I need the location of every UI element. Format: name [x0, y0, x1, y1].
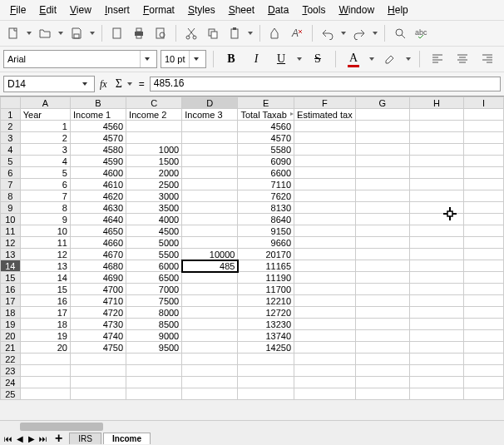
cell-F16[interactable]: [294, 284, 356, 295]
cell-D6[interactable]: [182, 167, 238, 179]
col-header-F[interactable]: F: [294, 97, 356, 109]
row-header-23[interactable]: 23: [1, 365, 21, 377]
cell-I23[interactable]: [464, 365, 504, 377]
cell-H16[interactable]: [409, 284, 463, 295]
cell-C11[interactable]: 4500: [126, 225, 182, 237]
cell-A23[interactable]: [20, 365, 70, 377]
cell-H20[interactable]: [409, 330, 463, 342]
cell-D15[interactable]: [182, 272, 238, 284]
cell-A5[interactable]: 4: [20, 156, 70, 167]
cell-E24[interactable]: [238, 377, 294, 388]
underline-button[interactable]: U: [270, 49, 292, 69]
cell-A2[interactable]: 1: [20, 121, 70, 132]
cell-C2[interactable]: [126, 121, 182, 132]
menu-insert[interactable]: Insert: [98, 2, 136, 17]
cell-F14[interactable]: [294, 260, 356, 272]
cell-C15[interactable]: 6500: [126, 272, 182, 284]
cell-F22[interactable]: [294, 354, 356, 365]
cell-H5[interactable]: [409, 156, 463, 167]
cell-D12[interactable]: [182, 237, 238, 249]
cell-B20[interactable]: 4740: [70, 330, 126, 342]
cell-B9[interactable]: 4630: [70, 202, 126, 214]
cell-D3[interactable]: [182, 132, 238, 144]
cell-B15[interactable]: 4690: [70, 272, 126, 284]
cell-I4[interactable]: [464, 144, 504, 156]
row-header-24[interactable]: 24: [1, 377, 21, 388]
paste-icon[interactable]: [225, 23, 245, 43]
cell-C8[interactable]: 3000: [126, 190, 182, 202]
cell-E9[interactable]: 8130: [238, 202, 294, 214]
cell-I11[interactable]: [464, 225, 504, 237]
cell-C5[interactable]: 1500: [126, 156, 182, 167]
row-header-3[interactable]: 3: [1, 132, 21, 144]
cell-H17[interactable]: [409, 295, 463, 307]
cell-E4[interactable]: 5580: [238, 144, 294, 156]
cell-B14[interactable]: 4680: [70, 260, 126, 272]
cell-I9[interactable]: [464, 202, 504, 214]
cell-A18[interactable]: 17: [20, 307, 70, 319]
cell-B13[interactable]: 4670: [70, 249, 126, 260]
cell-E6[interactable]: 6600: [238, 167, 294, 179]
menu-file[interactable]: File: [3, 2, 32, 17]
highlight-dropdown[interactable]: [404, 49, 413, 69]
cell-B12[interactable]: 4660: [70, 237, 126, 249]
align-left-button[interactable]: [427, 49, 448, 69]
cell-D24[interactable]: [182, 377, 238, 388]
cell-H9[interactable]: [409, 202, 463, 214]
cell-D4[interactable]: [182, 144, 238, 156]
cell-H23[interactable]: [409, 365, 463, 377]
cell-D13[interactable]: 10000: [182, 249, 238, 260]
redo-dropdown[interactable]: [371, 23, 379, 43]
italic-button[interactable]: I: [245, 49, 267, 69]
cell-D14[interactable]: 485: [182, 260, 238, 272]
cell-G9[interactable]: [355, 202, 409, 214]
menu-window[interactable]: Window: [332, 2, 381, 17]
cell-C19[interactable]: 8500: [126, 319, 182, 330]
font-color-button[interactable]: A: [343, 49, 364, 69]
cell-E25[interactable]: [238, 388, 294, 400]
cell-E16[interactable]: 11700: [238, 284, 294, 295]
cell-B23[interactable]: [70, 365, 126, 377]
row-header-20[interactable]: 20: [1, 330, 21, 342]
cell-E22[interactable]: [238, 354, 294, 365]
cell-F23[interactable]: [294, 365, 356, 377]
menu-view[interactable]: View: [63, 2, 98, 17]
row-header-2[interactable]: 2: [1, 121, 21, 132]
menu-help[interactable]: Help: [381, 2, 415, 17]
cell-E15[interactable]: 11190: [238, 272, 294, 284]
formula-equals-icon[interactable]: =: [134, 78, 150, 90]
menu-styles[interactable]: Styles: [181, 2, 222, 17]
menu-data[interactable]: Data: [261, 2, 295, 17]
cell-A13[interactable]: 12: [20, 249, 70, 260]
cell-A7[interactable]: 6: [20, 179, 70, 190]
cell-I2[interactable]: [464, 121, 504, 132]
col-header-I[interactable]: I: [464, 97, 504, 109]
cell-C14[interactable]: 6000: [126, 260, 182, 272]
cell-A16[interactable]: 15: [20, 284, 70, 295]
spreadsheet-grid[interactable]: ABCDEFGHI1YearIncome 1Income 2Income 3To…: [0, 96, 504, 400]
add-sheet-button[interactable]: +: [50, 431, 67, 445]
cell-H19[interactable]: [409, 319, 463, 330]
clone-format-icon[interactable]: [265, 23, 285, 43]
cell-I22[interactable]: [464, 354, 504, 365]
cell-C1[interactable]: Income 2: [126, 109, 182, 121]
cell-H21[interactable]: [409, 342, 463, 354]
cell-F6[interactable]: [294, 167, 356, 179]
print-preview-icon[interactable]: [151, 23, 170, 43]
cell-G2[interactable]: [355, 121, 409, 132]
cell-C21[interactable]: 9500: [126, 342, 182, 354]
cell-A17[interactable]: 16: [20, 295, 70, 307]
row-header-17[interactable]: 17: [1, 295, 21, 307]
cell-F5[interactable]: [294, 156, 356, 167]
cell-F12[interactable]: [294, 237, 356, 249]
cell-D25[interactable]: [182, 388, 238, 400]
cell-E10[interactable]: 8640: [238, 214, 294, 225]
cell-G16[interactable]: [355, 284, 409, 295]
cell-B22[interactable]: [70, 354, 126, 365]
row-header-10[interactable]: 10: [1, 214, 21, 225]
cell-F24[interactable]: [294, 377, 356, 388]
horizontal-scrollbar[interactable]: [0, 420, 504, 432]
cell-D17[interactable]: [182, 295, 238, 307]
sum-dropdown[interactable]: [126, 74, 134, 94]
cell-C23[interactable]: [126, 365, 182, 377]
